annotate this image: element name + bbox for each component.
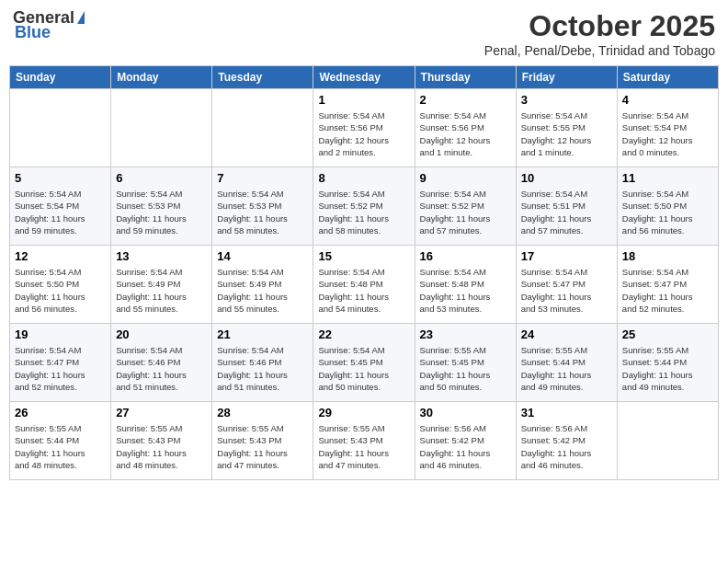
calendar-week-row: 12Sunrise: 5:54 AM Sunset: 5:50 PM Dayli…: [10, 246, 719, 324]
location-title: Penal, Penal/Debe, Trinidad and Tobago: [484, 43, 715, 58]
day-number: 1: [318, 93, 409, 107]
weekday-header-sunday: Sunday: [10, 66, 111, 89]
weekday-header-wednesday: Wednesday: [313, 66, 415, 89]
day-info: Sunrise: 5:55 AM Sunset: 5:43 PM Dayligh…: [116, 422, 207, 471]
day-info: Sunrise: 5:54 AM Sunset: 5:52 PM Dayligh…: [318, 188, 409, 236]
day-number: 16: [420, 249, 511, 263]
day-info: Sunrise: 5:55 AM Sunset: 5:43 PM Dayligh…: [318, 422, 409, 471]
day-number: 13: [116, 249, 207, 263]
day-info: Sunrise: 5:54 AM Sunset: 5:53 PM Dayligh…: [116, 188, 207, 236]
day-number: 2: [420, 93, 511, 107]
day-info: Sunrise: 5:54 AM Sunset: 5:54 PM Dayligh…: [15, 188, 106, 236]
day-info: Sunrise: 5:54 AM Sunset: 5:51 PM Dayligh…: [521, 188, 612, 236]
calendar-cell: 9Sunrise: 5:54 AM Sunset: 5:52 PM Daylig…: [415, 167, 516, 246]
day-number: 8: [318, 171, 409, 185]
calendar-cell: 3Sunrise: 5:54 AM Sunset: 5:55 PM Daylig…: [516, 89, 617, 167]
day-info: Sunrise: 5:54 AM Sunset: 5:49 PM Dayligh…: [116, 266, 207, 315]
calendar-cell: 14Sunrise: 5:54 AM Sunset: 5:49 PM Dayli…: [212, 246, 313, 324]
calendar-cell: 24Sunrise: 5:55 AM Sunset: 5:44 PM Dayli…: [516, 324, 617, 402]
logo-blue: Blue: [15, 24, 51, 42]
calendar-cell: 30Sunrise: 5:56 AM Sunset: 5:42 PM Dayli…: [415, 402, 516, 480]
day-info: Sunrise: 5:56 AM Sunset: 5:42 PM Dayligh…: [521, 422, 612, 471]
weekday-header-monday: Monday: [111, 66, 212, 89]
day-number: 19: [15, 327, 106, 341]
day-number: 14: [217, 249, 308, 263]
day-info: Sunrise: 5:54 AM Sunset: 5:48 PM Dayligh…: [420, 266, 511, 315]
day-number: 25: [622, 327, 713, 341]
calendar-cell: 13Sunrise: 5:54 AM Sunset: 5:49 PM Dayli…: [111, 246, 212, 324]
day-number: 10: [521, 171, 612, 185]
day-info: Sunrise: 5:54 AM Sunset: 5:56 PM Dayligh…: [318, 109, 409, 158]
day-info: Sunrise: 5:55 AM Sunset: 5:45 PM Dayligh…: [420, 344, 511, 393]
day-number: 26: [15, 406, 106, 419]
calendar-week-row: 26Sunrise: 5:55 AM Sunset: 5:44 PM Dayli…: [10, 402, 719, 480]
month-title: October 2025: [484, 9, 715, 43]
day-info: Sunrise: 5:54 AM Sunset: 5:46 PM Dayligh…: [217, 344, 308, 393]
day-info: Sunrise: 5:56 AM Sunset: 5:42 PM Dayligh…: [420, 422, 511, 471]
day-number: 6: [116, 171, 207, 185]
weekday-header-friday: Friday: [516, 66, 617, 89]
day-info: Sunrise: 5:55 AM Sunset: 5:44 PM Dayligh…: [521, 344, 612, 393]
calendar-cell: 18Sunrise: 5:54 AM Sunset: 5:47 PM Dayli…: [617, 246, 718, 324]
calendar-week-row: 5Sunrise: 5:54 AM Sunset: 5:54 PM Daylig…: [10, 167, 719, 246]
calendar-cell: 11Sunrise: 5:54 AM Sunset: 5:50 PM Dayli…: [617, 167, 718, 246]
day-number: 21: [217, 327, 308, 341]
weekday-header-thursday: Thursday: [415, 66, 516, 89]
day-number: 7: [217, 171, 308, 185]
day-info: Sunrise: 5:54 AM Sunset: 5:54 PM Dayligh…: [622, 109, 713, 158]
day-number: 22: [318, 327, 409, 341]
calendar-cell: 21Sunrise: 5:54 AM Sunset: 5:46 PM Dayli…: [212, 324, 313, 402]
logo: General Blue: [13, 9, 85, 42]
calendar-cell: 28Sunrise: 5:55 AM Sunset: 5:43 PM Dayli…: [212, 402, 313, 480]
day-info: Sunrise: 5:54 AM Sunset: 5:46 PM Dayligh…: [116, 344, 207, 393]
calendar-week-row: 1Sunrise: 5:54 AM Sunset: 5:56 PM Daylig…: [10, 89, 719, 167]
day-info: Sunrise: 5:55 AM Sunset: 5:44 PM Dayligh…: [622, 344, 713, 393]
calendar-cell: 29Sunrise: 5:55 AM Sunset: 5:43 PM Dayli…: [313, 402, 415, 480]
day-info: Sunrise: 5:54 AM Sunset: 5:49 PM Dayligh…: [217, 266, 308, 315]
day-number: 23: [420, 327, 511, 341]
calendar-cell: 12Sunrise: 5:54 AM Sunset: 5:50 PM Dayli…: [10, 246, 111, 324]
day-number: 24: [521, 327, 612, 341]
day-number: 31: [521, 406, 612, 419]
calendar-cell: 15Sunrise: 5:54 AM Sunset: 5:48 PM Dayli…: [313, 246, 415, 324]
day-number: 29: [318, 406, 409, 419]
day-number: 18: [622, 249, 713, 263]
calendar-cell: 2Sunrise: 5:54 AM Sunset: 5:56 PM Daylig…: [415, 89, 516, 167]
calendar-table: SundayMondayTuesdayWednesdayThursdayFrid…: [9, 65, 719, 480]
day-number: 4: [622, 93, 713, 107]
calendar-week-row: 19Sunrise: 5:54 AM Sunset: 5:47 PM Dayli…: [10, 324, 719, 402]
calendar-cell: 27Sunrise: 5:55 AM Sunset: 5:43 PM Dayli…: [111, 402, 212, 480]
day-number: 11: [622, 171, 713, 185]
day-info: Sunrise: 5:54 AM Sunset: 5:47 PM Dayligh…: [15, 344, 106, 393]
day-info: Sunrise: 5:54 AM Sunset: 5:47 PM Dayligh…: [622, 266, 713, 315]
day-number: 15: [318, 249, 409, 263]
calendar-cell: 4Sunrise: 5:54 AM Sunset: 5:54 PM Daylig…: [617, 89, 718, 167]
calendar-cell: 1Sunrise: 5:54 AM Sunset: 5:56 PM Daylig…: [313, 89, 415, 167]
calendar-cell: 6Sunrise: 5:54 AM Sunset: 5:53 PM Daylig…: [111, 167, 212, 246]
day-number: 12: [15, 249, 106, 263]
weekday-header-row: SundayMondayTuesdayWednesdayThursdayFrid…: [10, 66, 719, 89]
day-info: Sunrise: 5:54 AM Sunset: 5:45 PM Dayligh…: [318, 344, 409, 393]
day-info: Sunrise: 5:54 AM Sunset: 5:53 PM Dayligh…: [217, 188, 308, 236]
day-info: Sunrise: 5:54 AM Sunset: 5:50 PM Dayligh…: [622, 188, 713, 236]
calendar-cell: 19Sunrise: 5:54 AM Sunset: 5:47 PM Dayli…: [10, 324, 111, 402]
logo-icon: [77, 11, 85, 24]
day-number: 20: [116, 327, 207, 341]
calendar-cell: 7Sunrise: 5:54 AM Sunset: 5:53 PM Daylig…: [212, 167, 313, 246]
day-number: 9: [420, 171, 511, 185]
day-number: 27: [116, 406, 207, 419]
calendar-cell: [617, 402, 718, 480]
day-number: 3: [521, 93, 612, 107]
calendar-cell: 31Sunrise: 5:56 AM Sunset: 5:42 PM Dayli…: [516, 402, 617, 480]
day-info: Sunrise: 5:55 AM Sunset: 5:44 PM Dayligh…: [15, 422, 106, 471]
calendar-cell: 5Sunrise: 5:54 AM Sunset: 5:54 PM Daylig…: [10, 167, 111, 246]
calendar-cell: [111, 89, 212, 167]
calendar-cell: 8Sunrise: 5:54 AM Sunset: 5:52 PM Daylig…: [313, 167, 415, 246]
calendar-cell: 22Sunrise: 5:54 AM Sunset: 5:45 PM Dayli…: [313, 324, 415, 402]
calendar-cell: 17Sunrise: 5:54 AM Sunset: 5:47 PM Dayli…: [516, 246, 617, 324]
calendar-cell: 10Sunrise: 5:54 AM Sunset: 5:51 PM Dayli…: [516, 167, 617, 246]
page-header: General Blue October 2025 Penal, Penal/D…: [9, 9, 719, 58]
calendar-cell: [10, 89, 111, 167]
calendar-cell: 16Sunrise: 5:54 AM Sunset: 5:48 PM Dayli…: [415, 246, 516, 324]
calendar-cell: [212, 89, 313, 167]
